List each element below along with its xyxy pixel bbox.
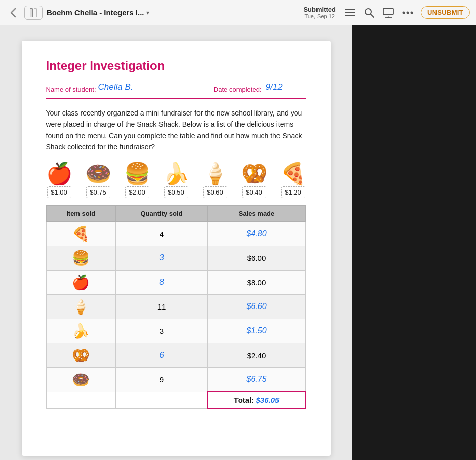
burger-price: $2.00 [125,186,149,198]
qty-cell: 11 [116,294,208,319]
table-row: 🍩 9 $6.75 [46,367,306,392]
item-cell: 🥨 [46,343,116,367]
total-empty-1 [46,392,116,408]
document-page: Integer Investigation Name of student: C… [22,41,331,456]
sales-cell: $8.00 [208,270,306,294]
table-header-row: Item sold Quantity sold Sales made [46,205,306,221]
list-icon[interactable] [344,7,356,19]
food-item-burger: 🍔 $2.00 [124,163,150,198]
sales-cell: $6.00 [208,246,306,270]
apple-price: $1.00 [47,186,71,198]
burger-emoji: 🍔 [124,163,150,184]
doc-title-area: Boehm Chella - Integers I... ▾ [47,8,295,17]
qty-cell: 3 [116,319,208,343]
table-row: 🍕 4 $4.80 [46,221,306,246]
svg-point-8 [402,11,405,14]
item-cell: 🍎 [46,270,116,294]
pizza-emoji: 🍕 [280,163,306,184]
sales-cell: $6.60 [208,294,306,319]
divider [46,98,306,99]
pizza-price: $1.20 [281,186,305,198]
pretzel-price: $0.40 [242,186,266,198]
right-panel [352,25,476,460]
sales-cell: $1.50 [208,319,306,343]
submitted-date: Tue, Sep 12 [304,13,335,19]
date-group: Date completed: 9/12 [214,82,306,93]
toolbar-icons: UNSUBMIT [344,6,470,19]
submitted-area: Submitted Tue, Sep 12 [303,6,336,19]
data-table: Item sold Quantity sold Sales made 🍕 4 $… [46,205,306,409]
svg-rect-5 [383,8,393,15]
description-text: Your class recently organized a mini fun… [46,107,306,153]
total-label: Total: [234,396,254,404]
qty-cell: 9 [116,367,208,392]
top-bar: Boehm Chella - Integers I... ▾ Submitted… [0,0,476,25]
table-row: 🥨 6 $2.40 [46,343,306,367]
banana-emoji: 🍌 [163,163,189,184]
search-icon[interactable] [363,7,375,19]
total-value: $36.05 [256,396,280,404]
donut-price: $0.75 [86,186,110,198]
sales-cell: $6.75 [208,367,306,392]
back-button[interactable] [6,6,20,20]
table-row: 🍌 3 $1.50 [46,319,306,343]
svg-point-9 [406,11,409,14]
svg-point-3 [365,9,371,15]
icecream-price: $0.60 [203,186,227,198]
more-icon[interactable] [402,7,414,19]
table-row: 🍦 11 $6.60 [46,294,306,319]
total-row: Total: $36.05 [46,392,306,408]
total-cell: Total: $36.05 [208,392,306,408]
doc-title: Boehm Chella - Integers I... [47,8,144,17]
apple-emoji: 🍎 [46,163,72,184]
airplay-icon[interactable] [382,7,394,19]
item-cell: 🍕 [46,221,116,246]
item-cell: 🍌 [46,319,116,343]
col-header-qty: Quantity sold [116,205,208,221]
pretzel-emoji: 🥨 [241,163,267,184]
qty-cell: 8 [116,270,208,294]
food-item-donut: 🍩 $0.75 [85,163,111,198]
food-item-pretzel: 🥨 $0.40 [241,163,267,198]
food-item-pizza: 🍕 $1.20 [280,163,306,198]
content-area: Integer Investigation Name of student: C… [0,25,352,460]
svg-point-10 [410,11,413,14]
col-header-sales: Sales made [208,205,306,221]
table-row: 🍔 3 $6.00 [46,246,306,270]
svg-line-4 [371,14,374,17]
food-icons-row: 🍎 $1.00 🍩 $0.75 🍔 $2.00 🍌 $0.50 🍦 $0.60 [46,163,306,198]
date-label: Date completed: [214,86,262,93]
item-cell: 🍔 [46,246,116,270]
item-cell: 🍦 [46,294,116,319]
qty-cell: 4 [116,221,208,246]
dropdown-arrow-icon[interactable]: ▾ [146,9,149,16]
sales-cell: $2.40 [208,343,306,367]
col-header-item: Item sold [46,205,116,221]
icecream-emoji: 🍦 [202,163,228,184]
submitted-label: Submitted [303,6,336,13]
student-row: Name of student: Chella B. Date complete… [46,82,306,93]
donut-emoji: 🍩 [85,163,111,184]
table-row: 🍎 8 $8.00 [46,270,306,294]
sales-cell: $4.80 [208,221,306,246]
document-title: Integer Investigation [46,59,306,73]
student-value: Chella B. [98,82,202,93]
food-item-apple: 🍎 $1.00 [46,163,72,198]
food-item-banana: 🍌 $0.50 [163,163,189,198]
food-item-icecream: 🍦 $0.60 [202,163,228,198]
qty-cell: 3 [116,246,208,270]
panel-toggle-button[interactable] [24,6,43,20]
qty-cell: 6 [116,343,208,367]
unsubmit-button[interactable]: UNSUBMIT [421,6,470,19]
student-label: Name of student: [46,86,96,93]
item-cell: 🍩 [46,367,116,392]
date-value: 9/12 [266,82,306,93]
banana-price: $0.50 [164,186,188,198]
total-empty-2 [116,392,208,408]
